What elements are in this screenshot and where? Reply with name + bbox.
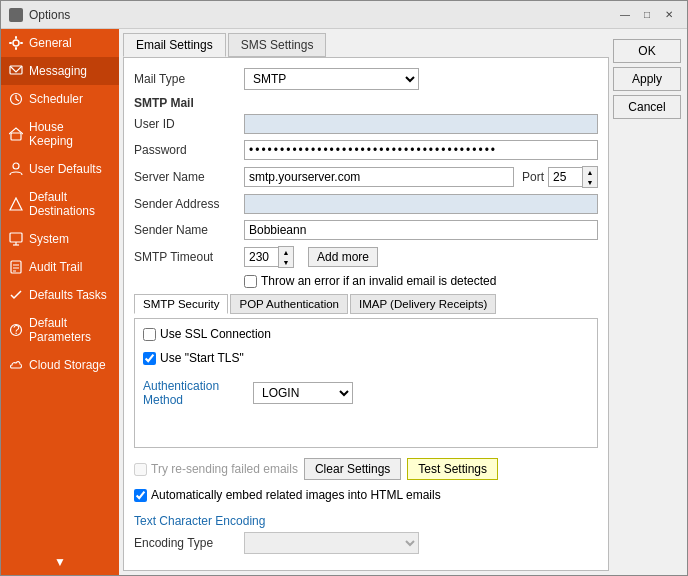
port-up-button[interactable]: ▲	[583, 167, 597, 177]
auth-method-row: Authentication Method LOGIN PLAIN NTLM D…	[143, 379, 589, 407]
port-input[interactable]	[548, 167, 582, 187]
encoding-type-label: Encoding Type	[134, 536, 244, 550]
svg-rect-9	[11, 133, 21, 140]
sender-name-input[interactable]	[244, 220, 598, 240]
title-bar: Options — □ ✕	[1, 1, 687, 29]
ssl-checkbox-row: Use SSL Connection	[143, 327, 589, 341]
smtp-timeout-row: SMTP Timeout ▲ ▼ Add more	[134, 246, 598, 268]
text-char-encoding-link[interactable]: Text Character Encoding	[134, 514, 265, 528]
svg-marker-11	[10, 198, 22, 210]
window-icon	[9, 8, 23, 22]
svg-rect-4	[20, 42, 23, 44]
sidebar-item-scheduler-label: Scheduler	[29, 92, 83, 106]
server-name-label: Server Name	[134, 170, 244, 184]
settings-icon	[9, 36, 23, 50]
server-name-input[interactable]	[244, 167, 514, 187]
action-buttons: OK Apply Cancel	[613, 33, 683, 571]
security-panel: Use SSL Connection Use "Start TLS" Authe…	[134, 318, 598, 448]
tab-sms-settings[interactable]: SMS Settings	[228, 33, 327, 57]
sidebar-item-userdefaults[interactable]: User Defaults	[1, 155, 119, 183]
user-id-label: User ID	[134, 117, 244, 131]
sidebar-scroll-down[interactable]: ▼	[1, 549, 119, 575]
sidebar-item-audittrail[interactable]: Audit Trail	[1, 253, 119, 281]
maximize-button[interactable]: □	[637, 6, 657, 24]
sidebar-item-scheduler[interactable]: Scheduler	[1, 85, 119, 113]
email-settings-form: Mail Type SMTP MAPI Notes SMTP Mail User	[123, 57, 609, 571]
test-settings-button[interactable]: Test Settings	[407, 458, 498, 480]
user-id-row: User ID	[134, 114, 598, 134]
sidebar-item-destinations[interactable]: Default Destinations	[1, 183, 119, 225]
auto-embed-label: Automatically embed related images into …	[151, 488, 441, 502]
timeout-down-button[interactable]: ▼	[279, 257, 293, 267]
ssl-label: Use SSL Connection	[160, 327, 271, 341]
sidebar-item-housekeeping-label: House Keeping	[29, 120, 111, 148]
mail-type-label: Mail Type	[134, 72, 244, 86]
encoding-type-select[interactable]	[244, 532, 419, 554]
sidebar-item-messaging-label: Messaging	[29, 64, 87, 78]
sidebar-item-messaging[interactable]: Messaging	[1, 57, 119, 85]
sender-address-input[interactable]	[244, 194, 598, 214]
clear-settings-button[interactable]: Clear Settings	[304, 458, 401, 480]
sidebar-item-defaultstasks[interactable]: Defaults Tasks	[1, 281, 119, 309]
sidebar-item-cloudstorage[interactable]: Cloud Storage	[1, 351, 119, 379]
resend-label: Try re-sending failed emails	[151, 462, 298, 476]
sidebar-item-audittrail-label: Audit Trail	[29, 260, 82, 274]
minimize-button[interactable]: —	[615, 6, 635, 24]
sidebar-item-general[interactable]: General	[1, 29, 119, 57]
auth-method-select[interactable]: LOGIN PLAIN NTLM DIGEST-MD5	[253, 382, 353, 404]
password-label: Password	[134, 143, 244, 157]
main-tabs-row: Email Settings SMS Settings	[123, 33, 609, 57]
text-char-encoding-row: Text Character Encoding	[134, 514, 598, 528]
security-tab-smtp[interactable]: SMTP Security	[134, 294, 228, 314]
cancel-button[interactable]: Cancel	[613, 95, 681, 119]
bottom-buttons-row: Try re-sending failed emails Clear Setti…	[134, 458, 598, 480]
svg-point-0	[13, 40, 19, 46]
tab-email-settings[interactable]: Email Settings	[123, 33, 226, 57]
svg-rect-1	[15, 36, 17, 39]
throw-error-label: Throw an error if an invalid email is de…	[261, 274, 496, 288]
resend-checkbox[interactable]	[134, 463, 147, 476]
tasks-icon	[9, 288, 23, 302]
sidebar-item-housekeeping[interactable]: House Keeping	[1, 113, 119, 155]
svg-rect-12	[10, 233, 22, 242]
svg-point-10	[13, 163, 19, 169]
port-spinner: ▲ ▼	[582, 166, 598, 188]
security-tabs-row: SMTP Security POP Authentication IMAP (D…	[134, 294, 598, 314]
port-label: Port	[522, 170, 544, 184]
mail-type-select[interactable]: SMTP MAPI Notes	[244, 68, 419, 90]
sidebar-item-defaultparams-label: Default Parameters	[29, 316, 111, 344]
svg-line-8	[16, 99, 19, 101]
sidebar-item-defaultparams[interactable]: ? Default Parameters	[1, 309, 119, 351]
apply-button[interactable]: Apply	[613, 67, 681, 91]
system-icon	[9, 232, 23, 246]
sidebar-spacer	[1, 379, 119, 549]
security-tab-imap[interactable]: IMAP (Delivery Receipts)	[350, 294, 496, 314]
user-id-input[interactable]	[244, 114, 598, 134]
tls-checkbox-row: Use "Start TLS"	[143, 351, 589, 365]
title-bar-left: Options	[9, 8, 70, 22]
close-button[interactable]: ✕	[659, 6, 679, 24]
server-name-row: Server Name Port ▲ ▼	[134, 166, 598, 188]
svg-text:?: ?	[13, 323, 20, 337]
sidebar-item-system[interactable]: System	[1, 225, 119, 253]
add-more-button[interactable]: Add more	[308, 247, 378, 267]
sender-name-row: Sender Name	[134, 220, 598, 240]
bottom-section: Try re-sending failed emails Clear Setti…	[134, 458, 598, 560]
port-down-button[interactable]: ▼	[583, 177, 597, 187]
sender-address-row: Sender Address	[134, 194, 598, 214]
sidebar-item-general-label: General	[29, 36, 72, 50]
sidebar-item-defaultstasks-label: Defaults Tasks	[29, 288, 107, 302]
throw-error-row: Throw an error if an invalid email is de…	[134, 274, 598, 288]
timeout-input[interactable]	[244, 247, 278, 267]
sender-name-label: Sender Name	[134, 223, 244, 237]
security-tab-pop[interactable]: POP Authentication	[230, 294, 348, 314]
auto-embed-checkbox[interactable]	[134, 489, 147, 502]
password-input[interactable]	[244, 140, 598, 160]
ok-button[interactable]: OK	[613, 39, 681, 63]
tls-checkbox[interactable]	[143, 352, 156, 365]
timeout-group: ▲ ▼ Add more	[244, 246, 598, 268]
auto-embed-row: Automatically embed related images into …	[134, 488, 598, 502]
timeout-up-button[interactable]: ▲	[279, 247, 293, 257]
throw-error-checkbox[interactable]	[244, 275, 257, 288]
ssl-checkbox[interactable]	[143, 328, 156, 341]
